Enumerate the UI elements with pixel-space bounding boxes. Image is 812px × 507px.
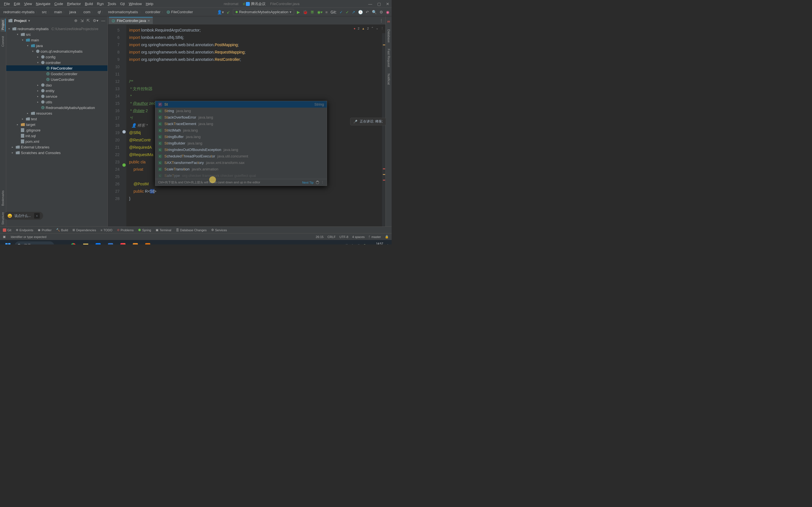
menu-view[interactable]: View xyxy=(22,1,34,6)
caret-position[interactable]: 26:15 xyxy=(316,235,324,238)
completion-item[interactable]: CSafeType org checker framework checker … xyxy=(155,172,327,179)
menu-help[interactable]: Help xyxy=(144,1,155,6)
tree-item-scratches-and-consoles[interactable]: ▸Scratches and Consoles xyxy=(6,150,107,156)
toolwin-dependencies[interactable]: ⊞Dependencies xyxy=(72,228,96,232)
crumb-2[interactable]: main xyxy=(53,10,67,15)
tree-item-java[interactable]: ▾java xyxy=(6,43,107,48)
project-panel-title[interactable]: Project xyxy=(14,18,27,23)
git-commit-icon[interactable]: ✓ xyxy=(346,10,349,14)
menu-run[interactable]: Run xyxy=(95,1,105,6)
completion-item[interactable]: CStringBuilder java.lang xyxy=(155,140,327,147)
toolwin-terminal[interactable]: ▣Terminal xyxy=(156,228,171,232)
tree-item-controller[interactable]: ▾controller xyxy=(6,60,107,65)
taskbar-search[interactable]: 🔍搜索 xyxy=(15,241,54,244)
taskbar-vscode[interactable]: ⋈ xyxy=(55,241,66,244)
run-config-selector[interactable]: ⬢ RedromaticMybatisApplication ▾ xyxy=(233,9,294,15)
menu-window[interactable]: Window xyxy=(127,1,144,6)
git-push-icon[interactable]: ↗ xyxy=(352,10,355,14)
tray-chevron[interactable]: ⌃ xyxy=(340,244,343,245)
crumb-5[interactable]: qf xyxy=(96,10,106,15)
toolwin-todo[interactable]: ≡TODO xyxy=(101,228,112,232)
taskbar-explorer[interactable] xyxy=(80,241,91,244)
tree-item--gitignore[interactable]: .gitignore xyxy=(6,127,107,133)
tree-item-goodscontroller[interactable]: CGoodsController xyxy=(6,71,107,76)
taskbar-recording[interactable] xyxy=(154,241,166,244)
panel-settings-icon[interactable]: ⚙▾ xyxy=(93,18,98,23)
git-history-icon[interactable]: 🕓 xyxy=(358,10,363,14)
tree-item-com-qf-redromaticmybatis[interactable]: ▾com.qf.redromaticmybatis xyxy=(6,48,107,54)
tab-bookmarks[interactable]: Bookmarks xyxy=(1,189,6,208)
editor-tab-active[interactable]: C FileController.java × xyxy=(109,17,153,24)
crumb-6[interactable]: redromaticmybatis xyxy=(107,10,143,15)
maximize-button[interactable]: ▢ xyxy=(377,2,381,6)
crumb-file[interactable]: CFileController xyxy=(167,10,193,14)
taskbar-intellij[interactable] xyxy=(117,241,129,244)
menu-edit[interactable]: Edit xyxy=(12,1,22,6)
meeting-app-indicator[interactable]: ıl 腾讯会议 xyxy=(243,1,266,6)
toolwin-build[interactable]: 🔨Build xyxy=(56,228,68,232)
tray-battery[interactable]: 🔋 xyxy=(363,244,366,245)
tree-item-service[interactable]: ▸service xyxy=(6,94,107,99)
crumb-4[interactable]: com xyxy=(82,10,96,15)
minimize-button[interactable]: — xyxy=(368,2,372,6)
tab-fast-request[interactable]: Fast Request xyxy=(387,48,391,68)
tree-item-pom-xml[interactable]: pom.xml xyxy=(6,138,107,144)
error-stripe[interactable] xyxy=(382,33,386,226)
crumb-3[interactable]: java xyxy=(68,10,81,15)
project-view-dropdown[interactable]: ▾ xyxy=(28,18,30,23)
tray-clock[interactable]: 14:572022/11/24 xyxy=(369,242,383,244)
indent-setting[interactable]: 4 spaces xyxy=(352,235,364,238)
author-mark-icon[interactable] xyxy=(122,130,126,133)
start-button[interactable] xyxy=(2,241,13,244)
completion-item[interactable]: CStackOverflowError java.lang xyxy=(155,114,327,121)
menu-git[interactable]: Git xyxy=(118,1,126,6)
completion-item[interactable]: CScheduledThreadPoolExecutor java.util.c… xyxy=(155,153,327,159)
git-branch[interactable]: ᚶ master xyxy=(368,235,381,238)
tree-item-src[interactable]: ▾src xyxy=(6,32,107,37)
tree-item-init-sql[interactable]: init.sql xyxy=(6,133,107,138)
collapse-all-icon[interactable]: ⇱ xyxy=(87,18,90,23)
tray-network[interactable]: 令 xyxy=(351,244,354,244)
toolwin-problems[interactable]: ⊘Problems xyxy=(117,228,134,232)
tab-notifications[interactable]: Notificat xyxy=(387,72,391,86)
menu-build[interactable]: Build xyxy=(83,1,95,6)
taskbar-app4[interactable] xyxy=(142,241,153,244)
nav-up-icon[interactable]: ⌃ xyxy=(371,26,373,30)
tab-commit[interactable]: Commit xyxy=(1,34,6,48)
tray-ime[interactable]: 英 xyxy=(345,244,348,244)
taskbar-app2[interactable] xyxy=(105,241,116,244)
menu-refactor[interactable]: Refactor xyxy=(65,1,83,6)
status-tool-icon[interactable]: ▣ xyxy=(3,235,6,238)
stop-button[interactable]: ■ xyxy=(325,10,327,14)
completion-item[interactable]: CStrictMath java.lang xyxy=(155,127,327,133)
close-button[interactable]: ✕ xyxy=(386,2,389,6)
tree-item-redromaticmybatisapplication[interactable]: CRedromaticMybatisApplication xyxy=(6,105,107,110)
hide-panel-icon[interactable]: — xyxy=(101,18,105,23)
tree-item-external-libraries[interactable]: ▸External Libraries xyxy=(6,144,107,150)
completion-item[interactable]: CStringIndexOutOfBoundsException java.la… xyxy=(155,147,327,153)
nav-down-icon[interactable]: ⌄ xyxy=(376,26,378,30)
completion-item[interactable]: CSAXTransformerFactory javax.xml.transfo… xyxy=(155,159,327,166)
tree-root[interactable]: ▾redromatic-mybatisC:\Users\zed\IdeaProj… xyxy=(6,26,107,32)
search-icon[interactable]: 🔍 xyxy=(372,10,377,14)
completion-item[interactable]: FSt String xyxy=(155,101,327,108)
tree-item-filecontroller[interactable]: CFileController xyxy=(6,65,107,71)
menu-code[interactable]: Code xyxy=(53,1,65,6)
menu-tools[interactable]: Tools xyxy=(106,1,118,6)
tree-item-usercontroller[interactable]: CUserController xyxy=(6,76,107,82)
tree-item-resources[interactable]: ▸resources xyxy=(6,110,107,116)
toolwin-db-changes[interactable]: 🗄Database Changes xyxy=(176,228,207,232)
tree-item-test[interactable]: ▸test xyxy=(6,116,107,122)
settings-icon[interactable]: ⚙ xyxy=(379,10,383,14)
completion-popup[interactable]: FSt StringCString java.langCStackOverflo… xyxy=(155,101,327,186)
tray-notifications[interactable]: 💬 xyxy=(386,244,389,245)
profile-button[interactable]: ◉▾ xyxy=(317,10,322,14)
popup-menu-icon[interactable]: ⋮ xyxy=(321,180,324,184)
project-tree[interactable]: ▾redromatic-mybatisC:\Users\zed\IdeaProj… xyxy=(6,25,107,226)
tree-item-target[interactable]: ▸target xyxy=(6,122,107,127)
toolwin-profiler[interactable]: ◉Profiler xyxy=(38,228,52,232)
comment-input-widget[interactable]: 😄 说点什么... ‹ xyxy=(4,212,43,220)
git-update-icon[interactable]: ✓ xyxy=(340,10,343,14)
taskbar-chrome[interactable] xyxy=(68,241,79,244)
mic-speaking-widget[interactable]: 🎤 正在讲话: 稀客; xyxy=(350,118,386,125)
